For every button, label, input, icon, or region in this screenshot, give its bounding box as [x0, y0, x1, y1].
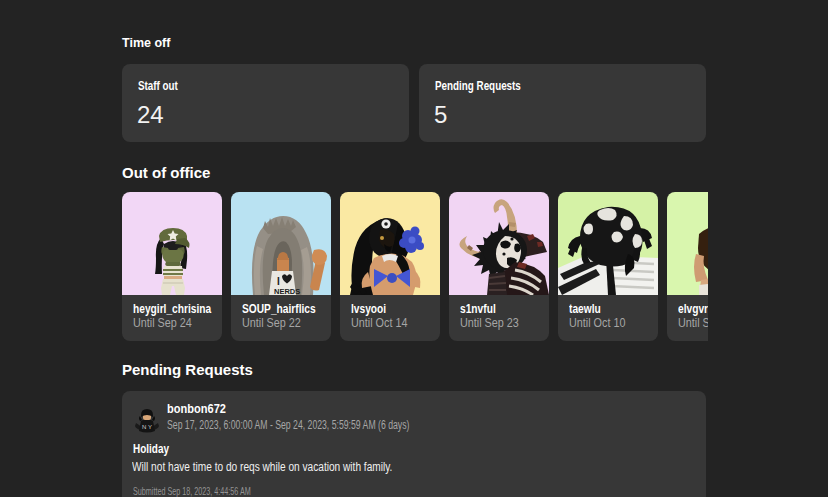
- svg-text:NERDS: NERDS: [274, 287, 300, 295]
- svg-text:I: I: [277, 276, 280, 287]
- svg-text:N Y: N Y: [142, 424, 152, 430]
